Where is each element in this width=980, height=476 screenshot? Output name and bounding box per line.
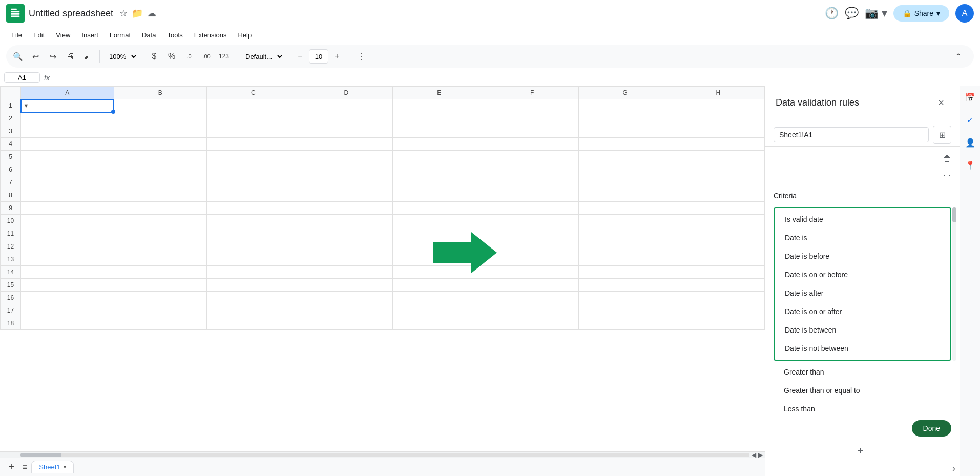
- font-size-decrease[interactable]: −: [293, 49, 308, 64]
- menu-edit[interactable]: Edit: [28, 29, 50, 41]
- cell-C18[interactable]: [207, 317, 300, 330]
- row-header-9[interactable]: 9: [1, 202, 21, 215]
- cell-H10[interactable]: [672, 215, 765, 227]
- cell-A11[interactable]: [21, 227, 114, 240]
- row-header-7[interactable]: 7: [1, 176, 21, 189]
- cell-E17[interactable]: [393, 304, 486, 317]
- cell-E18[interactable]: [393, 317, 486, 330]
- cell-B17[interactable]: [114, 304, 207, 317]
- delete-rule-1-button[interactable]: 🗑: [939, 151, 955, 167]
- row-header-18[interactable]: 18: [1, 317, 21, 330]
- cell-B15[interactable]: [114, 279, 207, 292]
- font-size-input[interactable]: [309, 49, 328, 64]
- cell-H2[interactable]: [672, 112, 765, 125]
- currency-button[interactable]: $: [147, 49, 162, 64]
- cell-F6[interactable]: [486, 163, 579, 176]
- cell-D17[interactable]: [300, 304, 393, 317]
- cell-F7[interactable]: [486, 176, 579, 189]
- cell-G16[interactable]: [579, 292, 672, 304]
- cell-C16[interactable]: [207, 292, 300, 304]
- col-header-F[interactable]: F: [486, 87, 579, 99]
- cell-D15[interactable]: [300, 279, 393, 292]
- dropdown-item-is-valid-date[interactable]: Is valid date: [775, 210, 950, 229]
- cell-G11[interactable]: [579, 227, 672, 240]
- row-header-10[interactable]: 10: [1, 215, 21, 227]
- cell-C17[interactable]: [207, 304, 300, 317]
- cell-E8[interactable]: [393, 189, 486, 202]
- cell-H12[interactable]: [672, 240, 765, 253]
- row-header-16[interactable]: 16: [1, 292, 21, 304]
- cell-A3[interactable]: [21, 125, 114, 138]
- search-button[interactable]: 🔍: [10, 49, 26, 64]
- cell-E9[interactable]: [393, 202, 486, 215]
- cell-A4[interactable]: [21, 138, 114, 151]
- cell-G14[interactable]: [579, 266, 672, 279]
- maps-icon[interactable]: 📍: [963, 158, 977, 172]
- cell-E1[interactable]: [393, 99, 486, 112]
- cell-G2[interactable]: [579, 112, 672, 125]
- cell-C3[interactable]: [207, 125, 300, 138]
- cell-F10[interactable]: [486, 215, 579, 227]
- cell-A16[interactable]: [21, 292, 114, 304]
- cell-G5[interactable]: [579, 151, 672, 163]
- cell-E15[interactable]: [393, 279, 486, 292]
- cell-E3[interactable]: [393, 125, 486, 138]
- cell-C1[interactable]: [207, 99, 300, 112]
- cell-D16[interactable]: [300, 292, 393, 304]
- cell-H18[interactable]: [672, 317, 765, 330]
- cell-E14[interactable]: [393, 266, 486, 279]
- range-grid-button[interactable]: ⊞: [933, 126, 951, 144]
- sheet-options-icon[interactable]: ≡: [23, 463, 27, 472]
- cell-D13[interactable]: [300, 253, 393, 266]
- decimal-up-button[interactable]: .00: [199, 49, 214, 64]
- avatar[interactable]: A: [955, 4, 974, 23]
- cell-G9[interactable]: [579, 202, 672, 215]
- font-select[interactable]: Default...: [240, 50, 284, 63]
- star-icon[interactable]: ☆: [119, 8, 128, 19]
- cell-G10[interactable]: [579, 215, 672, 227]
- cell-B4[interactable]: [114, 138, 207, 151]
- col-header-D[interactable]: D: [300, 87, 393, 99]
- cell-C12[interactable]: [207, 240, 300, 253]
- cell-C13[interactable]: [207, 253, 300, 266]
- cell-reference-input[interactable]: [4, 72, 40, 83]
- cell-C8[interactable]: [207, 189, 300, 202]
- cell-E6[interactable]: [393, 163, 486, 176]
- dropdown-item-less-than[interactable]: Less than: [774, 400, 951, 416]
- cell-G4[interactable]: [579, 138, 672, 151]
- cell-F3[interactable]: [486, 125, 579, 138]
- cell-F1[interactable]: [486, 99, 579, 112]
- cell-G7[interactable]: [579, 176, 672, 189]
- cloud-icon[interactable]: ☁: [147, 8, 156, 19]
- cell-A18[interactable]: [21, 317, 114, 330]
- undo-button[interactable]: ↩: [28, 49, 43, 64]
- menu-data[interactable]: Data: [137, 29, 161, 41]
- cell-B18[interactable]: [114, 317, 207, 330]
- person-icon[interactable]: 👤: [963, 135, 977, 150]
- cell-G17[interactable]: [579, 304, 672, 317]
- sheet-tab-sheet1[interactable]: Sheet1 ▾: [31, 461, 73, 473]
- menu-insert[interactable]: Insert: [76, 29, 103, 41]
- cell-H15[interactable]: [672, 279, 765, 292]
- row-header-2[interactable]: 2: [1, 112, 21, 125]
- camera-icon[interactable]: 📷 ▾: [865, 7, 887, 20]
- dropdown-item-greater-than-equal[interactable]: Greater than or equal to: [774, 381, 951, 400]
- history-icon[interactable]: 🕐: [825, 7, 839, 20]
- cell-D6[interactable]: [300, 163, 393, 176]
- menu-extensions[interactable]: Extensions: [189, 29, 232, 41]
- cell-dropdown-icon[interactable]: ▼: [24, 102, 29, 109]
- row-header-13[interactable]: 13: [1, 253, 21, 266]
- done-button[interactable]: Done: [912, 420, 951, 437]
- menu-tools[interactable]: Tools: [162, 29, 187, 41]
- cell-C6[interactable]: [207, 163, 300, 176]
- cell-C7[interactable]: [207, 176, 300, 189]
- menu-help[interactable]: Help: [233, 29, 257, 41]
- cell-G18[interactable]: [579, 317, 672, 330]
- cell-B8[interactable]: [114, 189, 207, 202]
- cell-E16[interactable]: [393, 292, 486, 304]
- cell-C11[interactable]: [207, 227, 300, 240]
- col-header-C[interactable]: C: [207, 87, 300, 99]
- cell-G3[interactable]: [579, 125, 672, 138]
- cell-B3[interactable]: [114, 125, 207, 138]
- cell-B12[interactable]: [114, 240, 207, 253]
